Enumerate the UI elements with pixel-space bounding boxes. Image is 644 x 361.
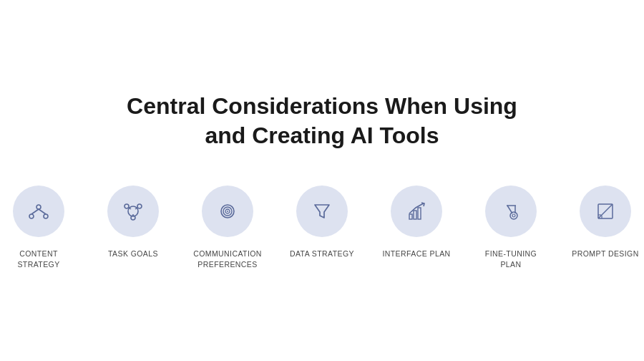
item-content-strategy: CONTENTSTRATEGY [3,186,74,269]
data-strategy-icon [308,198,336,225]
communication-preferences-icon [214,198,241,225]
prompt-design-icon-circle [580,186,631,237]
svg-line-21 [507,206,512,213]
content-strategy-icon-circle [13,186,64,237]
item-fine-tuning-plan: FINE-TUNINGPLAN [475,186,547,269]
interface-plan-icon [403,198,430,225]
svg-marker-16 [315,205,329,218]
communication-preferences-icon-circle [202,186,253,237]
svg-rect-18 [414,211,416,219]
task-goals-icon-circle [107,186,159,237]
interface-plan-icon-circle [391,186,442,237]
content-strategy-icon [25,198,52,225]
icons-section: CONTENTSTRATEGY TASK GOALS [3,186,641,269]
svg-point-24 [512,214,515,217]
content-strategy-label: CONTENTSTRATEGY [17,249,59,269]
svg-line-3 [31,209,39,214]
task-goals-label: TASK GOALS [108,249,158,259]
fine-tuning-plan-label: FINE-TUNINGPLAN [485,249,537,269]
item-interface-plan: INTERFACE PLAN [381,186,452,259]
svg-rect-19 [418,208,421,219]
item-communication-preferences: COMMUNICATIONPREFERENCES [192,186,263,269]
svg-rect-17 [409,214,412,219]
svg-point-20 [510,212,517,219]
prompt-design-icon [592,198,619,225]
fine-tuning-plan-icon-circle [485,186,537,237]
data-strategy-label: DATA STRATEGY [290,249,354,259]
svg-point-7 [137,204,142,208]
svg-line-4 [39,209,46,214]
item-data-strategy: DATA STRATEGY [286,186,358,259]
svg-point-2 [44,214,48,218]
svg-point-0 [36,205,41,209]
title-section: Central Considerations When Using and Cr… [127,92,517,151]
page-title: Central Considerations When Using and Cr… [127,92,517,151]
item-task-goals: TASK GOALS [97,186,169,259]
communication-preferences-label: COMMUNICATIONPREFERENCES [193,249,262,269]
interface-plan-label: INTERFACE PLAN [382,249,450,259]
svg-line-26 [598,204,613,218]
fine-tuning-plan-icon [497,198,525,225]
svg-point-6 [125,204,129,208]
item-prompt-design: PROMPT DESIGN [570,186,641,259]
svg-point-1 [29,214,34,218]
data-strategy-icon-circle [296,186,348,237]
svg-point-15 [227,211,228,212]
prompt-design-label: PROMPT DESIGN [572,249,638,259]
task-goals-icon [119,198,147,225]
